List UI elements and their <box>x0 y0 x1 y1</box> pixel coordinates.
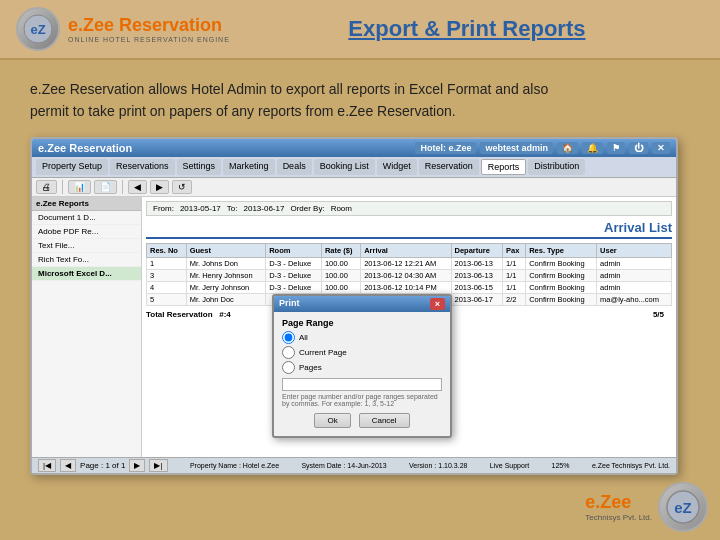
radio-all-label: All <box>299 333 308 342</box>
radio-current-page[interactable] <box>282 346 295 359</box>
page-range-label: Page Range <box>282 318 442 328</box>
left-panel-item-2[interactable]: Text File... <box>32 239 141 253</box>
logo-main: Zee Reservation <box>83 15 222 35</box>
col-user: User <box>597 243 672 257</box>
bottom-prefix: e. <box>585 492 600 512</box>
bottom-logo: e.Zee Technisys Pvt. Ltd. eZ <box>585 482 708 532</box>
home-icon[interactable]: 🏠 <box>557 142 578 154</box>
toolbar-pdf-button[interactable]: 📄 <box>94 180 117 194</box>
filter-orderby-value: Room <box>331 204 352 213</box>
radio-pages[interactable] <box>282 361 295 374</box>
power-icon[interactable]: ⏻ <box>629 142 648 154</box>
zoom: 125% <box>552 462 570 469</box>
content-area: e.Zee Reservation allows Hotel Admin to … <box>0 60 720 485</box>
cell: 5 <box>147 293 187 305</box>
page-title: Export & Print Reports <box>230 16 704 42</box>
filter-bar: From: 2013-05-17 To: 2013-06-17 Order By… <box>146 201 672 216</box>
nav-reports[interactable]: Reports <box>481 159 527 175</box>
hotel-label: Hotel: e.Zee <box>415 142 476 154</box>
pages-input[interactable] <box>282 378 442 391</box>
nav-property-setup[interactable]: Property Setup <box>36 159 108 175</box>
nav-distribution[interactable]: Distribution <box>528 159 585 175</box>
col-arrival: Arrival <box>361 243 451 257</box>
left-panel-item-3[interactable]: Rich Text Fo... <box>32 253 141 267</box>
pagination: 5/5 <box>653 310 664 319</box>
nav-booking-list[interactable]: Booking List <box>314 159 375 175</box>
col-res-type: Res. Type <box>526 243 597 257</box>
radio-pages-row: Pages <box>282 361 442 374</box>
flag-icon[interactable]: ⚑ <box>607 142 625 154</box>
bottom-sub: Technisys Pvt. Ltd. <box>585 513 652 522</box>
bottom-brand: e.Zee <box>585 492 652 513</box>
dialog-ok-button[interactable]: Ok <box>314 413 350 428</box>
support: Live Support <box>490 462 529 469</box>
left-panel-item-1[interactable]: Adobe PDF Re... <box>32 225 141 239</box>
col-departure: Departure <box>451 243 503 257</box>
logo-area: eZ e.Zee Reservation ONLINE HOTEL RESERV… <box>16 7 230 51</box>
page-label: Page : 1 of 1 <box>80 461 125 470</box>
nav-deals[interactable]: Deals <box>277 159 312 175</box>
dialog-cancel-button[interactable]: Cancel <box>359 413 410 428</box>
filter-orderby-label: Order By: <box>290 204 324 213</box>
filter-from-value: 2013-05-17 <box>180 204 221 213</box>
cell: 100.00 <box>321 281 360 293</box>
left-panel-title: e.Zee Reports <box>32 197 141 211</box>
toolbar-print-button[interactable]: 🖨 <box>36 180 57 194</box>
left-panel-item-0[interactable]: Document 1 D... <box>32 211 141 225</box>
total-label: Total Reservation <box>146 310 213 319</box>
nav-settings[interactable]: Settings <box>177 159 222 175</box>
radio-all-row: All <box>282 331 442 344</box>
svg-text:eZ: eZ <box>674 499 692 516</box>
dialog-page-range-section: Page Range All Current Page Pages Enter … <box>282 318 442 407</box>
page-prev-button[interactable]: ◀ <box>60 459 76 472</box>
page-next-button[interactable]: ▶ <box>129 459 145 472</box>
left-panel-item-4[interactable]: Microsoft Excel D... <box>32 267 141 281</box>
cell: D-3 - Deluxe <box>266 269 322 281</box>
col-res-no: Res. No <box>147 243 187 257</box>
toolbar-excel-button[interactable]: 📊 <box>68 180 91 194</box>
cell: Mr. John Doc <box>186 293 265 305</box>
page-first-button[interactable]: |◀ <box>38 459 56 472</box>
toolbar-forward-button[interactable]: ▶ <box>150 180 169 194</box>
nav-marketing[interactable]: Marketing <box>223 159 275 175</box>
nav-reservation[interactable]: Reservation <box>419 159 479 175</box>
report-title: Arrival List <box>146 220 672 239</box>
cell: 100.00 <box>321 269 360 281</box>
cell: 2013-06-13 <box>451 257 503 269</box>
page-last-button[interactable]: ▶| <box>149 459 167 472</box>
cell: D-3 - Deluxe <box>266 257 322 269</box>
cell: ma@ly-aho...com <box>597 293 672 305</box>
property-name: Property Name : Hotel e.Zee <box>190 462 279 469</box>
user-label: webtest admin <box>480 142 553 154</box>
cell: 2013-06-12 12:21 AM <box>361 257 451 269</box>
cell: 1/1 <box>503 281 526 293</box>
cell: 1/1 <box>503 269 526 281</box>
description: e.Zee Reservation allows Hotel Admin to … <box>30 78 690 123</box>
filter-from-label: From: <box>153 204 174 213</box>
app-title: e.Zee Reservation <box>38 142 132 154</box>
cell: 2013-06-12 04:30 AM <box>361 269 451 281</box>
system-date: System Date : 14-Jun-2013 <box>301 462 386 469</box>
cell: Confirm Booking <box>526 257 597 269</box>
nav-widget[interactable]: Widget <box>377 159 417 175</box>
radio-current-row: Current Page <box>282 346 442 359</box>
bell-icon[interactable]: 🔔 <box>582 142 603 154</box>
app-window: e.Zee Reservation Hotel: e.Zee webtest a… <box>30 137 678 475</box>
logo-sub: ONLINE HOTEL RESERVATION ENGINE <box>68 36 230 43</box>
cell: D-3 - Deluxe <box>266 281 322 293</box>
dialog-close-button[interactable]: × <box>430 298 445 310</box>
dialog-title: Print <box>279 298 300 310</box>
cell: 2013-06-12 10:14 PM <box>361 281 451 293</box>
desc-line1: e.Zee Reservation allows Hotel Admin to … <box>30 81 548 97</box>
nav-reservations[interactable]: Reservations <box>110 159 175 175</box>
col-room: Room <box>266 243 322 257</box>
table-row: 1 Mr. Johns Don D-3 - Deluxe 100.00 2013… <box>147 257 672 269</box>
app-close-button[interactable]: ✕ <box>652 142 670 154</box>
toolbar-back-button[interactable]: ◀ <box>128 180 147 194</box>
dialog-title-bar: Print × <box>274 296 450 312</box>
cell: 1/1 <box>503 257 526 269</box>
cell: Mr. Henry Johnson <box>186 269 265 281</box>
filter-to-value: 2013-06-17 <box>243 204 284 213</box>
toolbar-refresh-button[interactable]: ↺ <box>172 180 192 194</box>
radio-all[interactable] <box>282 331 295 344</box>
